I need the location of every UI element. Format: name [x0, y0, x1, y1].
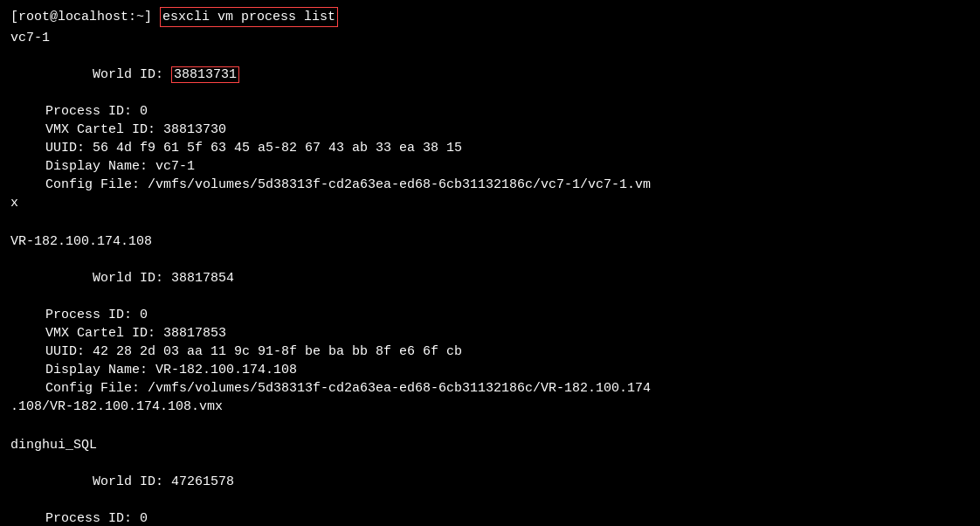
command-text: esxcli vm process list: [160, 7, 338, 27]
world-id-line-3: World ID: 47261578: [10, 454, 970, 509]
vm-name-3: dinghui_SQL: [10, 436, 970, 454]
process-id-2: Process ID: 0: [10, 306, 970, 324]
world-id-label-2: World ID:: [93, 271, 171, 286]
display-name-2: Display Name: VR-182.100.174.108: [10, 361, 970, 379]
config-file-1a: Config File: /vmfs/volumes/5d38313f-cd2a…: [10, 176, 970, 194]
process-id-3: Process ID: 0: [10, 509, 970, 526]
prompt-text: [root@localhost:~]: [10, 8, 160, 26]
process-id-1: Process ID: 0: [10, 102, 970, 121]
vm-entry-3: dinghui_SQL World ID: 47261578 Process I…: [10, 436, 970, 526]
world-id-label-3: World ID:: [93, 474, 171, 489]
world-id-label-1: World ID:: [93, 67, 171, 82]
vmx-cartel-id-1: VMX Cartel ID: 38813730: [10, 121, 970, 139]
config-file-2b: .108/VR-182.100.174.108.vmx: [10, 398, 970, 416]
display-name-1: Display Name: vc7-1: [10, 157, 970, 176]
blank-line-1: [10, 212, 970, 231]
vm-entry-2: VR-182.100.174.108 World ID: 38817854 Pr…: [10, 232, 970, 416]
world-id-value-2: 38817854: [171, 271, 234, 286]
config-file-1b: x: [10, 194, 970, 212]
world-id-value-1: 38813731: [171, 66, 239, 83]
vmx-cartel-id-2: VMX Cartel ID: 38817853: [10, 324, 970, 343]
world-id-value-3: 47261578: [171, 474, 234, 489]
vm-name-1: vc7-1: [10, 29, 970, 47]
vm-entry-1: vc7-1 World ID: 38813731 Process ID: 0 V…: [10, 29, 970, 212]
vm-name-2: VR-182.100.174.108: [10, 232, 970, 251]
uuid-1: UUID: 56 4d f9 61 5f 63 45 a5-82 67 43 a…: [10, 139, 970, 157]
uuid-2: UUID: 42 28 2d 03 aa 11 9c 91-8f be ba b…: [10, 343, 970, 361]
world-id-line-2: World ID: 38817854: [10, 251, 970, 306]
config-file-2a: Config File: /vmfs/volumes/5d38313f-cd2a…: [10, 379, 970, 398]
blank-line-2: [10, 416, 970, 434]
world-id-line-1: World ID: 38813731: [10, 47, 970, 102]
prompt-line: [root@localhost:~] esxcli vm process lis…: [10, 7, 970, 27]
terminal: [root@localhost:~] esxcli vm process lis…: [10, 7, 970, 526]
